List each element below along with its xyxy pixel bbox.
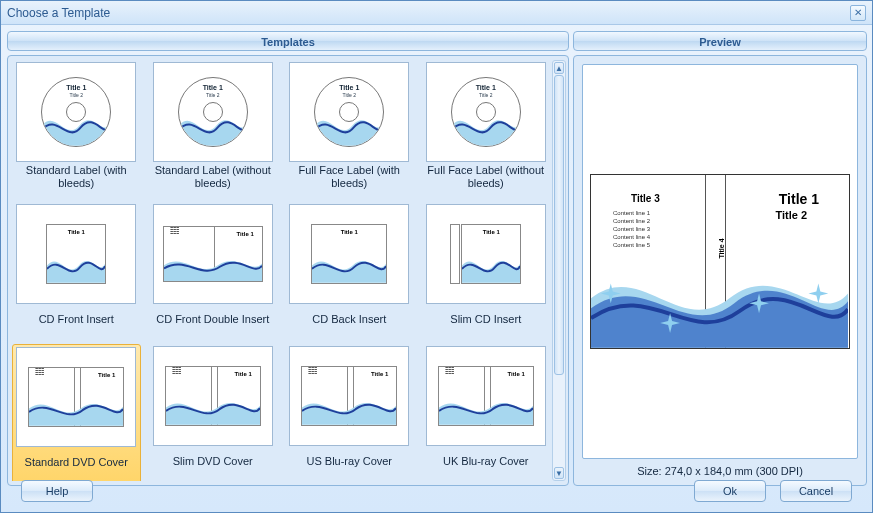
- close-button[interactable]: ✕: [850, 5, 866, 21]
- wave-icon: [47, 248, 105, 283]
- preview-image: Title 3 Content line 1Content line 2Cont…: [582, 64, 858, 459]
- wave-icon: [315, 105, 383, 146]
- dialog-title: Choose a Template: [7, 6, 110, 20]
- template-thumbnail: Title 1 Title 2: [153, 62, 273, 162]
- templates-panel: Templates Title 1 Title 2 Standard Label…: [7, 31, 569, 486]
- template-item[interactable]: Title 1≣≣≣ US Blu-ray Cover: [285, 344, 414, 481]
- disc-icon: Title 1 Title 2: [41, 77, 111, 147]
- preview-size-text: Size: 274,0 x 184,0 mm (300 DPI): [582, 459, 858, 477]
- template-label: CD Front Insert: [39, 306, 114, 332]
- preview-title3: Title 3: [631, 193, 660, 204]
- wave-icon: [29, 391, 123, 426]
- wave-icon: [439, 390, 533, 425]
- titlebar: Choose a Template ✕: [1, 1, 872, 25]
- template-thumbnail: Title 1 Title 2: [16, 62, 136, 162]
- preview-title2: Title 2: [775, 209, 807, 221]
- cover-icon: Title 1: [46, 224, 106, 284]
- template-item[interactable]: Title 1 Title 2 Full Face Label (with bl…: [285, 60, 414, 200]
- cover-icon: Title 1: [461, 224, 521, 284]
- wave-icon: [591, 244, 848, 348]
- template-item[interactable]: Title 1 CD Front Insert: [12, 202, 141, 342]
- template-label: CD Front Double Insert: [156, 306, 269, 332]
- template-label: Full Face Label (with bleeds): [287, 164, 412, 190]
- wave-icon: [312, 248, 386, 283]
- wave-icon: [302, 390, 396, 425]
- templates-grid: Title 1 Title 2 Standard Label (with ble…: [12, 60, 550, 481]
- wave-icon: [42, 105, 110, 146]
- template-item[interactable]: Title 1 Slim CD Insert: [422, 202, 551, 342]
- cover-icon: Title 1≣≣≣: [301, 366, 397, 426]
- cover-icon: Title 1≣≣≣: [165, 366, 261, 426]
- disc-icon: Title 1 Title 2: [451, 77, 521, 147]
- template-label: Full Face Label (without bleeds): [424, 164, 549, 190]
- template-thumbnail: Title 1≣≣≣: [153, 204, 273, 304]
- template-item[interactable]: Title 1 Title 2 Full Face Label (without…: [422, 60, 551, 200]
- template-thumbnail: Title 1≣≣≣: [289, 346, 409, 446]
- template-label: CD Back Insert: [312, 306, 386, 332]
- disc-icon: Title 1 Title 2: [314, 77, 384, 147]
- content-line: Content line 1: [613, 209, 650, 217]
- wave-icon: [452, 105, 520, 146]
- template-item[interactable]: Title 1≣≣≣ CD Front Double Insert: [149, 202, 278, 342]
- template-thumbnail: Title 1≣≣≣: [16, 347, 136, 447]
- scroll-up-button[interactable]: ▲: [554, 62, 564, 74]
- slim-icon: Title 1: [450, 224, 521, 284]
- template-item[interactable]: Title 1≣≣≣ UK Blu-ray Cover: [422, 344, 551, 481]
- templates-header: Templates: [7, 31, 569, 51]
- scrollbar[interactable]: ▲ ▼: [552, 60, 566, 481]
- preview-header: Preview: [573, 31, 867, 51]
- template-label: Slim DVD Cover: [173, 448, 253, 474]
- preview-title1: Title 1: [779, 191, 819, 207]
- wave-icon: [179, 105, 247, 146]
- wave-icon: [462, 248, 520, 283]
- template-label: UK Blu-ray Cover: [443, 448, 529, 474]
- cover-icon: Title 1≣≣≣: [163, 226, 263, 282]
- scroll-thumb[interactable]: [554, 75, 564, 375]
- templates-grid-container: Title 1 Title 2 Standard Label (with ble…: [7, 55, 569, 486]
- template-label: Standard Label (with bleeds): [14, 164, 139, 190]
- template-thumbnail: Title 1: [16, 204, 136, 304]
- preview-cover: Title 3 Content line 1Content line 2Cont…: [590, 174, 850, 349]
- template-thumbnail: Title 1 Title 2: [289, 62, 409, 162]
- preview-panel: Preview Title 3 Content line 1Content li…: [573, 31, 867, 486]
- template-item[interactable]: Title 1 Title 2 Standard Label (with ble…: [12, 60, 141, 200]
- template-thumbnail: Title 1≣≣≣: [153, 346, 273, 446]
- cover-icon: Title 1: [311, 224, 387, 284]
- content-line: Content line 2: [613, 217, 650, 225]
- cover-icon: Title 1≣≣≣: [28, 367, 124, 427]
- template-thumbnail: Title 1: [289, 204, 409, 304]
- cover-icon: Title 1≣≣≣: [438, 366, 534, 426]
- template-label: Slim CD Insert: [450, 306, 521, 332]
- template-item[interactable]: Title 1≣≣≣ Standard DVD Cover: [12, 344, 141, 481]
- content-line: Content line 3: [613, 225, 650, 233]
- help-button[interactable]: Help: [21, 480, 93, 502]
- footer: Help Ok Cancel: [7, 476, 866, 506]
- template-label: Standard DVD Cover: [25, 449, 128, 475]
- wave-icon: [166, 390, 260, 425]
- dialog-body: Templates Title 1 Title 2 Standard Label…: [1, 25, 872, 512]
- content-line: Content line 4: [613, 233, 650, 241]
- template-label: US Blu-ray Cover: [306, 448, 392, 474]
- template-thumbnail: Title 1 Title 2: [426, 62, 546, 162]
- template-thumbnail: Title 1: [426, 204, 546, 304]
- close-icon: ✕: [854, 7, 862, 18]
- wave-icon: [164, 249, 262, 281]
- template-item[interactable]: Title 1 Title 2 Standard Label (without …: [149, 60, 278, 200]
- template-thumbnail: Title 1≣≣≣: [426, 346, 546, 446]
- cancel-button[interactable]: Cancel: [780, 480, 852, 502]
- template-item[interactable]: Title 1≣≣≣ Slim DVD Cover: [149, 344, 278, 481]
- disc-icon: Title 1 Title 2: [178, 77, 248, 147]
- ok-button[interactable]: Ok: [694, 480, 766, 502]
- dialog-window: Choose a Template ✕ Templates Title 1 Ti…: [0, 0, 873, 513]
- preview-inner: Title 3 Content line 1Content line 2Cont…: [573, 55, 867, 486]
- template-label: Standard Label (without bleeds): [151, 164, 276, 190]
- preview-content-lines: Content line 1Content line 2Content line…: [613, 209, 650, 249]
- template-item[interactable]: Title 1 CD Back Insert: [285, 202, 414, 342]
